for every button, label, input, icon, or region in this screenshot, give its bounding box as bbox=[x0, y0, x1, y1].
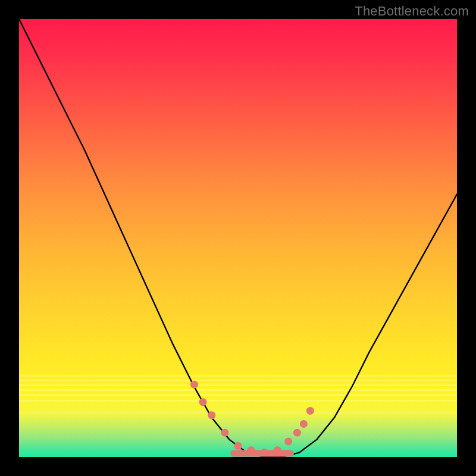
bottleneck-curve bbox=[19, 19, 457, 457]
chart-frame: TheBottleneck.com bbox=[0, 0, 476, 476]
highlight-dot bbox=[274, 446, 281, 454]
highlight-dot bbox=[284, 437, 292, 445]
curve-svg bbox=[19, 19, 457, 457]
watermark: TheBottleneck.com bbox=[355, 4, 469, 19]
highlight-dot bbox=[306, 407, 314, 415]
highlight-dot bbox=[221, 429, 228, 437]
highlight-dots bbox=[190, 381, 314, 456]
highlight-dot bbox=[190, 381, 198, 389]
highlight-dot bbox=[261, 449, 268, 456]
highlight-dot bbox=[248, 446, 255, 454]
highlight-dot bbox=[300, 420, 308, 428]
plot-area bbox=[19, 19, 457, 457]
highlight-dot bbox=[234, 442, 242, 450]
highlight-dot bbox=[293, 429, 301, 437]
highlight-dot bbox=[199, 398, 207, 406]
highlight-dot bbox=[208, 411, 215, 419]
